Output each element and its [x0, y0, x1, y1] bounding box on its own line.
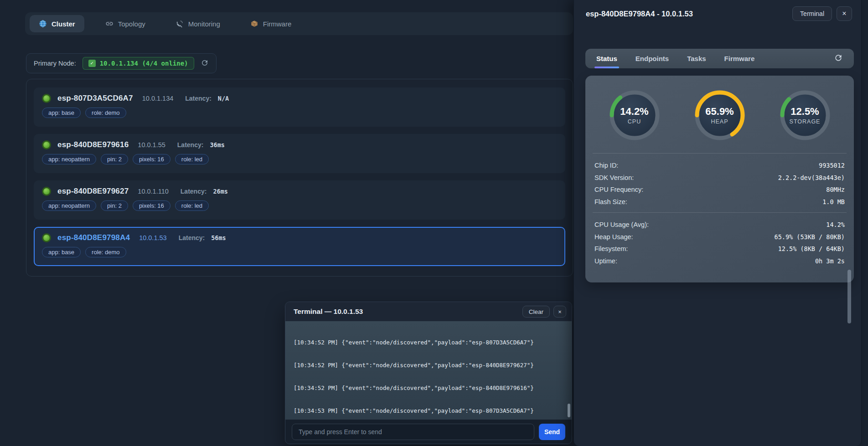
tab-label: Topology: [118, 20, 145, 28]
online-status-icon: [42, 140, 51, 149]
latency-value: 56ms: [211, 234, 226, 241]
panel-tab-status[interactable]: Status: [596, 49, 617, 68]
gauge-label: STORAGE: [790, 118, 821, 125]
terminal-log[interactable]: [10:34:52 PM] {"event":"node/discovered"…: [285, 321, 572, 420]
stat-label: Flash Size:: [594, 198, 627, 205]
tag-row: app: base role: demo: [42, 247, 557, 257]
stat-row: CPU Usage (Avg): 14.2%: [594, 219, 845, 231]
node-tag: app: base: [42, 247, 81, 257]
primary-node-label: Primary Node:: [34, 60, 76, 67]
main-nav: Cluster Topology Monitoring Firmware: [25, 12, 573, 35]
online-status-icon: [42, 94, 51, 103]
package-icon: [250, 20, 258, 28]
stat-label: SDK Version:: [594, 174, 634, 181]
device-info-list: Chip ID: 9935012 SDK Version: 2.2.2-dev(…: [592, 154, 847, 208]
stat-row: CPU Frequency: 80MHz: [594, 184, 845, 196]
online-status-icon: [42, 233, 51, 242]
panel-refresh-button[interactable]: [834, 53, 843, 64]
tab-label: Cluster: [52, 20, 75, 28]
close-icon: ×: [842, 10, 846, 17]
tag-row: app: base role: demo: [42, 108, 557, 118]
primary-node-badge: ✓ 10.0.1.134 (4/4 online): [83, 57, 194, 70]
panel-tab-tasks[interactable]: Tasks: [687, 49, 706, 68]
node-tag: pin: 2: [101, 200, 128, 211]
gauge-row: 14.2% CPU 65.9% HEAP: [592, 88, 847, 142]
link-icon: [105, 20, 114, 28]
panel-tab-firmware[interactable]: Firmware: [724, 49, 755, 68]
tab-firmware[interactable]: Firmware: [241, 15, 301, 32]
terminal-log-line: [10:34:52 PM] {"event":"node/discovered"…: [294, 384, 572, 392]
cpu-gauge: 14.2% CPU: [608, 88, 661, 142]
latency-label: Latency:: [179, 234, 205, 241]
panel-header: esp-840D8E9798A4 - 10.0.1.53 Terminal ×: [574, 0, 861, 27]
stat-row: SDK Version: 2.2.2-dev(38a443e): [594, 172, 845, 184]
usage-info-list: CPU Usage (Avg): 14.2% Heap Usage: 65.9%…: [592, 213, 847, 267]
gauge-label: CPU: [628, 118, 641, 125]
tag-row: app: neopattern pin: 2 pixels: 16 role: …: [42, 154, 557, 164]
gauge-label: HEAP: [711, 118, 728, 125]
gauge-value: 12.5%: [790, 106, 819, 118]
terminal-window: Terminal — 10.0.1.53 Clear × [10:34:52 P…: [285, 302, 572, 444]
status-card: 14.2% CPU 65.9% HEAP: [585, 76, 854, 282]
panel-tab-endpoints[interactable]: Endpoints: [636, 49, 669, 68]
panel-scrollbar[interactable]: [847, 270, 851, 323]
stat-value: 1.0 MB: [822, 198, 845, 205]
tab-cluster[interactable]: Cluster: [30, 15, 84, 32]
stat-value: 14.2%: [826, 221, 845, 228]
node-tag: role: led: [175, 200, 209, 211]
check-icon: ✓: [88, 60, 96, 67]
terminal-button[interactable]: Terminal: [792, 6, 832, 21]
tab-monitoring[interactable]: Monitoring: [166, 15, 229, 32]
node-tag: app: base: [42, 108, 81, 118]
terminal-input-row: Send: [285, 420, 572, 444]
node-tag: pixels: 16: [133, 200, 170, 211]
terminal-log-line: [10:34:52 PM] {"event":"node/discovered"…: [294, 362, 572, 369]
node-name: esp-840D8E9798A4: [57, 233, 130, 242]
terminal-log-line: [10:34:53 PM] {"event":"node/discovered"…: [294, 407, 572, 415]
satellite-icon: [176, 20, 184, 28]
node-card[interactable]: esp-807D3A5CD6A7 10.0.1.134 Latency: N/A…: [34, 87, 565, 127]
node-tag: pixels: 16: [133, 154, 170, 164]
refresh-nodes-button[interactable]: [201, 59, 209, 68]
stat-row: Uptime: 0h 3m 2s: [594, 255, 845, 267]
node-tag: pin: 2: [101, 154, 128, 164]
panel-close-button[interactable]: ×: [837, 6, 852, 21]
globe-icon: [39, 20, 47, 28]
node-card[interactable]: esp-840D8E979616 10.0.1.55 Latency: 36ms…: [34, 134, 565, 173]
node-card[interactable]: esp-840D8E979627 10.0.1.110 Latency: 26m…: [34, 180, 565, 220]
tag-row: app: neopattern pin: 2 pixels: 16 role: …: [42, 200, 557, 211]
stat-row: Heap Usage: 65.9% (53KB / 80KB): [594, 231, 845, 243]
terminal-close-button[interactable]: ×: [553, 306, 566, 318]
tab-label: Firmware: [263, 20, 292, 28]
terminal-scrollbar[interactable]: [568, 404, 570, 417]
terminal-header: Terminal — 10.0.1.53 Clear ×: [285, 302, 572, 321]
node-name: esp-807D3A5CD6A7: [57, 94, 133, 103]
terminal-title: Terminal — 10.0.1.53: [294, 308, 363, 316]
storage-gauge: 12.5% STORAGE: [778, 88, 832, 142]
node-ip: 10.0.1.134: [142, 95, 174, 102]
stat-row: Filesystem: 12.5% (8KB / 64KB): [594, 243, 845, 255]
node-card-selected[interactable]: esp-840D8E9798A4 10.0.1.53 Latency: 56ms…: [34, 227, 565, 266]
stat-label: Uptime:: [594, 257, 617, 265]
node-tag: role: demo: [85, 108, 126, 118]
node-tag: app: neopattern: [42, 154, 96, 164]
latency-label: Latency:: [181, 188, 207, 195]
terminal-clear-button[interactable]: Clear: [522, 306, 550, 318]
node-ip: 10.0.1.53: [139, 234, 166, 241]
tab-label: Monitoring: [188, 20, 220, 28]
stat-row: Flash Size: 1.0 MB: [594, 196, 845, 208]
stat-label: CPU Usage (Avg):: [594, 221, 649, 228]
stat-value: 80MHz: [826, 186, 845, 193]
stat-label: Heap Usage:: [594, 233, 633, 241]
stat-label: Filesystem:: [594, 245, 628, 252]
tab-topology[interactable]: Topology: [96, 15, 155, 32]
panel-tabbar: Status Endpoints Tasks Firmware: [585, 49, 854, 68]
node-tag: app: neopattern: [42, 200, 96, 211]
gauge-value: 65.9%: [705, 106, 734, 118]
stat-value: 65.9% (53KB / 80KB): [775, 233, 845, 241]
stat-label: Chip ID:: [594, 162, 618, 169]
terminal-input[interactable]: [292, 424, 534, 440]
send-button[interactable]: Send: [539, 424, 565, 440]
stat-value: 2.2.2-dev(38a443e): [778, 174, 845, 181]
latency-label: Latency:: [185, 95, 212, 102]
